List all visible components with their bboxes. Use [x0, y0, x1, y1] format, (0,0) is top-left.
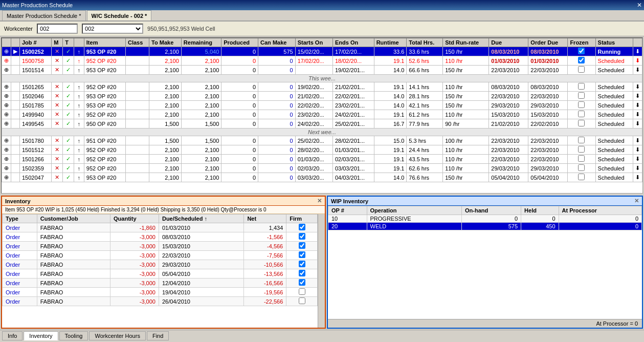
col-job[interactable]: Job # [20, 38, 52, 47]
firm-checkbox[interactable] [299, 242, 305, 249]
frozen-checkbox[interactable] [578, 137, 585, 143]
table-row[interactable]: ⊕ 1499940 ✕ ✓ ↑ 952 OP #20 2,100 2,100 0… [2, 110, 642, 119]
firm-checkbox[interactable] [299, 233, 305, 240]
inv-firm[interactable] [286, 223, 318, 232]
inv-firm[interactable] [286, 260, 318, 269]
frozen-checkbox[interactable] [578, 92, 585, 99]
expand-cell[interactable]: ⊕ [2, 56, 11, 66]
frozen-checkbox[interactable] [578, 48, 585, 54]
frozen-checkbox[interactable] [578, 66, 585, 73]
tab-mps[interactable]: Master Production Schedule * [2, 10, 86, 20]
col-remaining[interactable]: Remaining [181, 38, 221, 47]
frozen-cell[interactable] [568, 155, 595, 164]
expand-cell[interactable]: ⊕ [2, 110, 11, 119]
expand-cell[interactable]: ⊕ [2, 164, 11, 173]
schedule-grid[interactable]: Job # M T Item Class To Make Remaining P… [1, 37, 643, 194]
frozen-cell[interactable] [568, 82, 595, 92]
frozen-cell[interactable] [568, 145, 595, 155]
table-row[interactable]: ⊕ 1501265 ✕ ✓ ↑ 952 OP #20 2,100 2,100 0… [2, 82, 642, 92]
frozen-cell[interactable] [568, 136, 595, 145]
table-row[interactable]: ⊕ 1501266 ✕ ✓ ↑ 952 OP #20 2,100 2,100 0… [2, 155, 642, 164]
inv-firm[interactable] [286, 242, 318, 251]
col-class[interactable]: Class [125, 38, 149, 47]
col-stdrunrate[interactable]: Std Run-rate [443, 38, 489, 47]
firm-checkbox[interactable] [299, 279, 305, 286]
table-row[interactable]: ⊕ 1501785 ✕ ✓ ↑ 953 OP #20 2,100 2,100 0… [2, 101, 642, 110]
wip-table-container[interactable]: OP # Operation On-hand Held At Processor… [328, 206, 642, 319]
table-row[interactable]: This wee... [2, 75, 642, 82]
priority-cell[interactable]: ↑ [74, 56, 84, 66]
expand-cell[interactable]: ⊕ [2, 92, 11, 101]
inventory-scrollbar[interactable] [318, 214, 325, 328]
priority-cell[interactable]: ↑ [74, 82, 84, 92]
priority-cell[interactable]: ↑ [74, 145, 84, 155]
firm-checkbox[interactable] [299, 251, 305, 258]
inventory-close-button[interactable]: ✕ [317, 198, 322, 204]
inventory-table-container[interactable]: Type Customer/Job Quantity Due/Scheduled… [2, 214, 318, 328]
frozen-checkbox[interactable] [578, 111, 585, 117]
frozen-cell[interactable] [568, 164, 595, 173]
bottom-tab-tooling[interactable]: Tooling [59, 331, 88, 340]
priority-cell[interactable]: ↑ [74, 164, 84, 173]
col-item[interactable]: Item [84, 38, 125, 47]
col-startson[interactable]: Starts On [295, 38, 332, 47]
frozen-checkbox[interactable] [578, 83, 585, 90]
frozen-cell[interactable] [568, 56, 595, 66]
frozen-cell[interactable] [568, 110, 595, 119]
col-runtime[interactable]: Runtime [374, 38, 407, 47]
expand-cell[interactable]: ⊕ [2, 119, 11, 129]
firm-checkbox[interactable] [299, 288, 305, 295]
table-row[interactable]: ⊕ 1501780 ✕ ✓ ↑ 951 OP #20 1,500 1,500 0… [2, 136, 642, 145]
frozen-checkbox[interactable] [578, 120, 585, 126]
inv-firm[interactable] [286, 297, 318, 306]
priority-cell[interactable]: ↑ [74, 155, 84, 164]
priority-cell[interactable]: ↑ [74, 173, 84, 182]
frozen-checkbox[interactable] [578, 146, 585, 153]
bottom-tab-info[interactable]: Info [2, 331, 23, 340]
col-produced[interactable]: Produced [221, 38, 258, 47]
table-row[interactable]: ⊕ 1502047 ✕ ✓ ↑ 953 OP #20 2,100 2,100 0… [2, 173, 642, 182]
col-tomake[interactable]: To Make [149, 38, 182, 47]
inv-firm[interactable] [286, 232, 318, 242]
list-item[interactable]: Order FABRAO -3,000 15/03/2010 -4,566 [3, 242, 318, 251]
list-item[interactable]: Order FABRAO -3,000 12/04/2010 -16,566 [3, 279, 318, 288]
firm-checkbox[interactable] [299, 297, 305, 304]
expand-cell[interactable]: ⊕ [2, 145, 11, 155]
list-item[interactable]: Order FABRAO -3,000 08/03/2010 -1,566 [3, 232, 318, 242]
expand-cell[interactable]: ⊕ [2, 136, 11, 145]
frozen-cell[interactable] [568, 66, 595, 75]
priority-cell[interactable]: ↑ [74, 47, 84, 56]
priority-cell[interactable]: ↑ [74, 92, 84, 101]
col-orderdue[interactable]: Order Due [528, 38, 568, 47]
table-row[interactable]: ⊕ 1502046 ✕ ✓ ↑ 953 OP #20 2,100 2,100 0… [2, 92, 642, 101]
close-button[interactable]: ✕ [637, 2, 642, 9]
table-row[interactable]: ⊕ 1500758 ✕ ✓ ↑ 952 OP #20 2,100 2,100 0… [2, 56, 642, 66]
bottom-tab-find[interactable]: Find [147, 331, 169, 340]
col-priority[interactable] [74, 38, 84, 47]
col-t[interactable]: T [63, 38, 74, 47]
frozen-cell[interactable] [568, 47, 595, 56]
priority-cell[interactable]: ↑ [74, 101, 84, 110]
bottom-tab-workcenter-hours[interactable]: Workcenter Hours [89, 331, 145, 340]
bottom-tab-inventory[interactable]: Inventory [24, 331, 58, 340]
list-item[interactable]: Order FABRAO -3,000 29/03/2010 -10,566 [3, 260, 318, 269]
frozen-checkbox[interactable] [578, 174, 585, 180]
expand-cell[interactable]: ⊕ [2, 101, 11, 110]
firm-checkbox[interactable] [299, 224, 305, 230]
col-status[interactable]: Status [595, 38, 633, 47]
col-canmake[interactable]: Can Make [258, 38, 296, 47]
inv-firm[interactable] [286, 269, 318, 279]
inv-firm[interactable] [286, 251, 318, 260]
inv-firm[interactable] [286, 279, 318, 288]
firm-checkbox[interactable] [299, 270, 305, 276]
col-m[interactable]: M [52, 38, 63, 47]
col-frozen[interactable]: Frozen [568, 38, 595, 47]
expand-cell[interactable]: ⊕ [2, 173, 11, 182]
table-row[interactable]: ⊕ 1501514 ✕ ✓ ↑ 953 OP #20 2,100 2,100 0… [2, 66, 642, 75]
table-row[interactable]: ⊕ 1499545 ✕ ✓ ↑ 950 OP #20 1,500 1,500 0… [2, 119, 642, 129]
table-row[interactable]: ⊕ ▶ 1500252 ✕ ✓ ↑ 953 OP #20 2,100 5,040… [2, 47, 642, 56]
frozen-cell[interactable] [568, 92, 595, 101]
firm-checkbox[interactable] [299, 261, 305, 267]
list-item[interactable]: 10 PROGRESSIVE 0 0 0 [328, 215, 642, 223]
priority-cell[interactable]: ↑ [74, 119, 84, 129]
